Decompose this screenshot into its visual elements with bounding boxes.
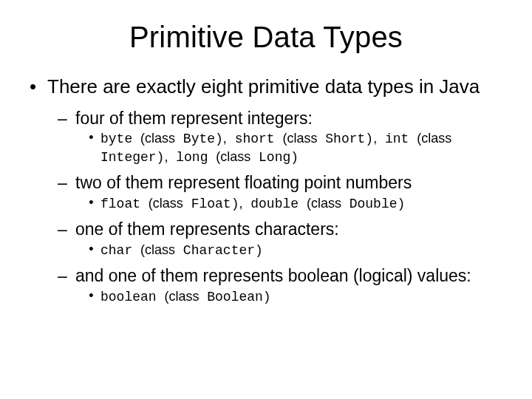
bullet-level-2: four of them represent integers: [27,108,505,129]
bullet-level-2: two of them represent floating point num… [27,172,505,194]
bullet-level-2: one of them represents characters: [27,219,505,240]
bullet-level-1: There are exactly eight primitive data t… [27,75,505,99]
bullet-level-3-code: byte (class Byte), short (class Short), … [27,130,505,166]
bullet-level-3-code: boolean (class Boolean) [27,288,505,306]
bullet-level-3-code: char (class Character) [27,242,505,259]
bullet-level-3-code: float (class Float), double (class Doubl… [27,195,505,213]
bullet-level-2: and one of them represents boolean (logi… [27,265,505,287]
slide-title: Primitive Data Types [27,21,505,54]
